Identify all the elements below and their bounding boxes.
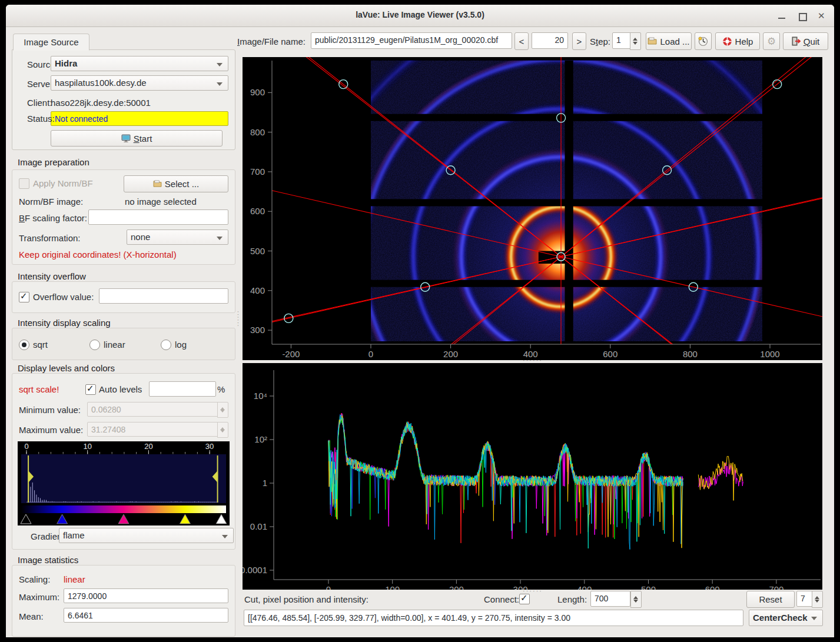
select-norm-button[interactable]: Select ... [124,175,228,192]
transformation-label: Transformation: [19,233,80,243]
source-combo[interactable]: Hidra [51,56,228,71]
image-preparation-title: Image preparation [18,157,89,167]
radio-log[interactable] [161,340,171,350]
length-input[interactable]: 700 [590,591,630,607]
svg-text:600: 600 [705,584,720,590]
stat-scaling-label: Scaling: [19,574,50,584]
minimum-label: Minimum value: [19,405,81,415]
svg-text:0.0001: 0.0001 [243,565,267,575]
cut-series [328,413,743,549]
svg-text:0.01: 0.01 [250,521,267,531]
folder-icon [153,180,162,188]
cut-status-field: [[476.46, 485.54], [-205.99, 329.77], wi… [244,610,743,626]
next-image-button[interactable]: > [572,32,586,50]
reload-timer-button[interactable] [695,32,712,50]
display-scaling-title: Intensity display scaling [18,318,111,328]
transformation-combo[interactable]: none [127,229,228,245]
svg-text:0: 0 [24,442,28,451]
radio-sqrt[interactable] [19,340,29,350]
clock-icon [698,36,708,46]
svg-text:900: 900 [250,87,265,97]
auto-levels-input[interactable] [149,381,216,397]
svg-text:500: 500 [641,584,656,590]
app-window: laVue: Live Image Viewer (v3.5.0) Image/… [6,5,834,637]
maximize-button[interactable] [795,9,809,23]
minimize-button[interactable] [775,9,789,23]
close-button[interactable] [815,9,829,23]
bf-scaling-label: BF scaling factor: [19,213,87,223]
prev-image-button[interactable]: < [514,32,529,50]
length-spinner[interactable] [630,591,642,608]
minimize-icon [778,18,785,19]
svg-text:500: 500 [250,246,265,256]
client-value: haso228jk.desy.de:50001 [51,98,151,108]
quit-button-label: Quit [804,36,820,46]
image-index-input[interactable]: 20 [532,32,568,49]
svg-text:200: 200 [443,349,458,359]
vertical-splitter[interactable]: ······ [237,311,240,327]
svg-text:20: 20 [144,442,152,451]
titlebar[interactable]: laVue: Live Image Viewer (v3.5.0) [6,5,834,27]
svg-text:10: 10 [83,442,91,451]
exit-door-icon [792,36,801,46]
client-label: Client: [27,98,52,108]
cut-info-label: Cut, pixel position and intensity: [244,594,368,604]
svg-text:600: 600 [603,349,617,359]
radio-linear[interactable] [89,340,100,350]
svg-text:0: 0 [326,584,331,590]
cut-intensity-plot[interactable]: 010020030040050060070010⁴10²10.010.0001 [243,363,822,590]
stat-mean-label: Mean: [19,611,44,621]
norm-image-label: Norm/BF image: [19,197,83,207]
overflow-label: Overflow value: [33,292,94,302]
length-label: Length: [557,594,587,604]
detector-image-plot[interactable]: -200020040060080010003004005006007008009… [243,57,822,360]
overflow-input[interactable] [99,288,228,304]
reset-button[interactable]: Reset [746,591,795,608]
load-button[interactable]: Load ... [646,32,692,50]
settings-button[interactable]: ⚙ [763,32,780,50]
window-title: laVue: Live Image Viewer (v3.5.0) [6,10,834,19]
maximum-spinner[interactable] [217,422,228,438]
svg-text:10²: 10² [254,434,267,444]
svg-text:1000: 1000 [760,349,779,359]
statistics-title: Image statistics [18,555,78,565]
gradient-combo[interactable]: flame [59,528,234,543]
radio-log-label: log [175,340,187,350]
svg-text:600: 600 [250,206,265,216]
auto-levels-checkbox[interactable] [85,384,96,395]
stat-maximum-label: Maximum: [19,592,59,602]
svg-text:30: 30 [205,442,214,451]
stat-mean-value: 6.6461 [64,608,228,623]
svg-text:0: 0 [368,349,373,359]
minimum-input[interactable]: 0.06280 [87,402,225,417]
tab-image-source[interactable]: Image Source [13,34,89,51]
file-name-label: Image/File name: [237,36,306,46]
maximum-input[interactable]: 31.27408 [87,422,225,437]
level-histogram-widget[interactable]: 0102030 [18,441,230,525]
lifebuoy-icon [722,36,732,46]
connect-checkbox[interactable] [519,594,530,604]
start-button[interactable]: Start [51,130,223,147]
svg-text:200: 200 [449,584,464,590]
maximum-label: Maximum value: [19,425,83,435]
status-field: Not connected [51,111,228,126]
svg-text:400: 400 [577,584,592,590]
overflow-checkbox[interactable] [19,292,29,302]
tool-mode-combo[interactable]: CenterCheck [749,610,823,626]
step-spinner[interactable] [630,32,641,50]
help-button[interactable]: Help [715,32,760,50]
monitor-icon [121,134,131,142]
server-combo[interactable]: haspilatus100k.desy.de [51,75,228,91]
minimum-spinner[interactable] [217,402,228,418]
svg-text:800: 800 [683,349,698,359]
file-name-input[interactable]: public/20131129_eugen/Pilatus1M_org_0002… [311,32,512,49]
percent-label: % [217,384,225,394]
quit-button[interactable]: Quit [783,32,828,50]
svg-text:700: 700 [769,584,783,590]
stat-scaling-value: linear [64,574,85,584]
coordinates-warning: Keep original coordinates! (X-horizontal… [19,250,177,260]
cut-count-spinner[interactable] [812,591,823,608]
bf-scaling-input[interactable] [88,209,228,225]
apply-norm-checkbox[interactable] [19,178,29,189]
apply-norm-label: Apply Norm/BF [33,178,93,188]
